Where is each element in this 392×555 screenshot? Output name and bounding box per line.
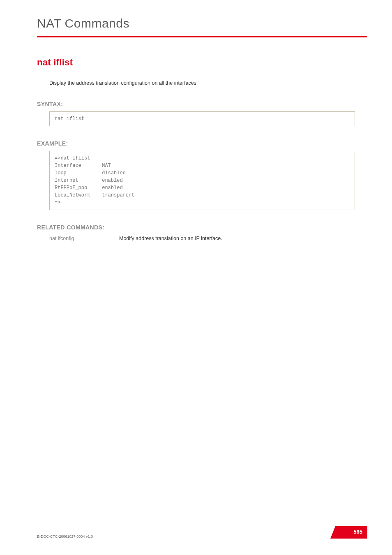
table-row: nat ifconfig Modify address translation …	[49, 235, 222, 242]
page-footer: E-DOC-CTC-20061027-0004 v1.0 565	[37, 526, 367, 539]
example-code: =>nat iflist Interface NAT loop disabled…	[49, 151, 355, 210]
command-title: nat iflist	[37, 57, 355, 68]
syntax-heading: SYNTAX:	[37, 101, 355, 107]
related-heading: RELATED COMMANDS:	[37, 224, 355, 231]
content-area: nat iflist Display the address translati…	[0, 37, 392, 242]
example-section: EXAMPLE: =>nat iflist Interface NAT loop…	[37, 140, 355, 210]
syntax-section: SYNTAX: nat iflist	[37, 101, 355, 126]
page-number: 565	[353, 529, 362, 535]
related-command-name: nat ifconfig	[49, 235, 119, 242]
example-heading: EXAMPLE:	[37, 140, 355, 147]
document-id: E-DOC-CTC-20061027-0004 v1.0	[37, 534, 93, 539]
command-description: Display the address translation configur…	[49, 80, 355, 86]
related-commands-table: nat ifconfig Modify address translation …	[49, 235, 222, 242]
page-title: NAT Commands	[0, 0, 392, 36]
related-command-description: Modify address translation on an IP inte…	[119, 235, 222, 242]
page-number-badge: 565	[330, 526, 367, 539]
related-commands-section: RELATED COMMANDS: nat ifconfig Modify ad…	[37, 224, 355, 242]
syntax-code: nat iflist	[49, 111, 355, 126]
